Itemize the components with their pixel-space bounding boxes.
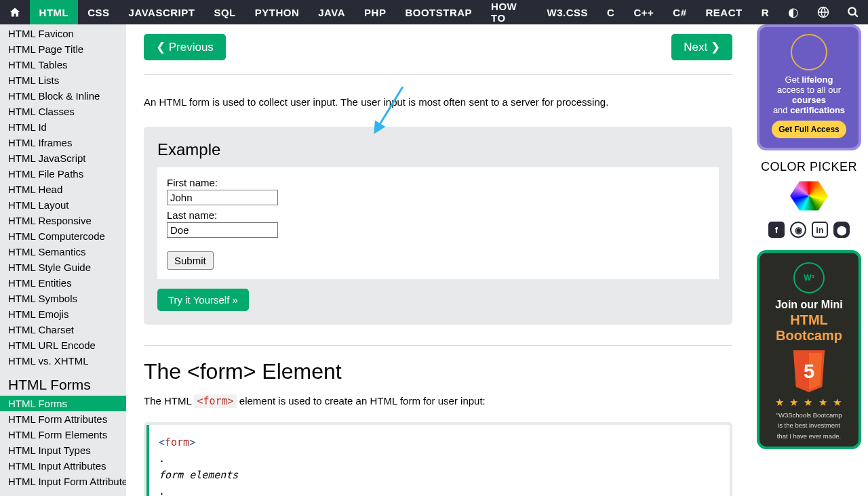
theme-icon[interactable]: ◐ <box>778 0 808 24</box>
nav-w3css[interactable]: W3.CSS <box>538 0 598 24</box>
html5-shield-icon: 5 <box>789 349 829 394</box>
sidebar-item[interactable]: HTML Id <box>0 119 126 135</box>
sidebar-item[interactable]: HTML Lists <box>0 73 126 88</box>
intro-text: An HTML form is used to collect user inp… <box>144 74 732 110</box>
search-icon[interactable] <box>838 0 868 24</box>
social-icons: f ◉ in ⬤ <box>757 222 861 238</box>
sidebar-item[interactable]: HTML Form Attributes <box>0 411 126 427</box>
sidebar-item[interactable]: HTML Favicon <box>0 26 126 41</box>
nav-php[interactable]: PHP <box>355 0 395 24</box>
nav-python[interactable]: PYTHON <box>245 0 309 24</box>
sidebar-item[interactable]: HTML Classes <box>0 104 126 119</box>
nav-r[interactable]: R <box>752 0 778 24</box>
home-icon[interactable] <box>0 0 30 24</box>
nav-c[interactable]: C <box>597 0 624 24</box>
sidebar-item[interactable]: HTML Semantics <box>0 244 126 260</box>
sidebar-item[interactable]: HTML Input Form Attributes <box>0 474 126 489</box>
color-picker-title: COLOR PICKER <box>757 160 861 174</box>
top-nav: HTMLCSSJAVASCRIPTSQLPYTHONJAVAPHPBOOTSTR… <box>0 0 868 24</box>
lastname-label: Last name: <box>167 209 709 221</box>
svg-line-2 <box>854 14 858 17</box>
code-box: <form> . form elements . </form> <box>144 422 732 496</box>
firstname-input[interactable] <box>167 190 278 205</box>
sidebar-item[interactable]: HTML Tables <box>0 57 126 73</box>
previous-button[interactable]: ❮ Previous <box>144 34 226 60</box>
nav-c[interactable]: C++ <box>624 0 663 24</box>
nav-bootstrap[interactable]: BOOTSTRAP <box>395 0 481 24</box>
instagram-icon[interactable]: ◉ <box>790 222 806 238</box>
get-access-button[interactable]: Get Full Access <box>772 121 846 138</box>
svg-point-1 <box>848 7 856 15</box>
sidebar-item[interactable]: HTML Iframes <box>0 135 126 150</box>
sidebar-item[interactable]: HTML Head <box>0 182 126 197</box>
sidebar: HTML FaviconHTML Page TitleHTML TablesHT… <box>0 24 126 496</box>
sidebar-item[interactable]: HTML URL Encode <box>0 337 126 353</box>
sidebar-item[interactable]: HTML Charset <box>0 322 126 337</box>
main-content: ❮ Previous Next ❯ An HTML form is used t… <box>126 24 750 496</box>
sidebar-item[interactable]: HTML Symbols <box>0 291 126 306</box>
nav-css[interactable]: CSS <box>78 0 119 24</box>
nav-sql[interactable]: SQL <box>204 0 245 24</box>
sidebar-item[interactable]: HTML Form Elements <box>0 427 126 442</box>
sidebar-item[interactable]: HTML Computercode <box>0 228 126 244</box>
sidebar-item[interactable]: HTML Page Title <box>0 41 126 57</box>
nav-java[interactable]: JAVA <box>309 0 355 24</box>
nav-c[interactable]: C# <box>663 0 696 24</box>
globe-icon[interactable] <box>808 0 838 24</box>
sidebar-heading-forms: HTML Forms <box>0 369 126 396</box>
lastname-input[interactable] <box>167 222 278 238</box>
sidebar-heading-graphics: HTML Graphics <box>0 489 126 496</box>
nav-react[interactable]: REACT <box>696 0 751 24</box>
sidebar-item[interactable]: HTML Responsive <box>0 213 126 228</box>
nav-html[interactable]: HTML <box>30 0 79 24</box>
nav-javascript[interactable]: JAVASCRIPT <box>119 0 205 24</box>
sidebar-item[interactable]: HTML Style Guide <box>0 260 126 275</box>
try-it-button[interactable]: Try it Yourself » <box>157 289 249 311</box>
sidebar-item[interactable]: HTML vs. XHTML <box>0 353 126 369</box>
code-inline: <form> <box>194 394 236 408</box>
example-box: Example First name: Last name: Submit Tr… <box>144 127 732 325</box>
sidebar-item[interactable]: HTML Input Attributes <box>0 458 126 474</box>
facebook-icon[interactable]: f <box>768 222 785 238</box>
stars-icon: ★ ★ ★ ★ ★ <box>765 396 853 409</box>
example-form: First name: Last name: Submit <box>157 167 719 279</box>
color-picker-icon[interactable] <box>790 180 828 212</box>
sidebar-item[interactable]: HTML Entities <box>0 275 126 291</box>
section-text: The HTML <form> element is used to creat… <box>144 394 732 409</box>
svg-text:5: 5 <box>804 360 814 382</box>
sidebar-item[interactable]: HTML Emojis <box>0 306 126 322</box>
submit-button[interactable]: Submit <box>167 251 214 270</box>
sidebar-item[interactable]: HTML JavaScript <box>0 150 126 166</box>
firstname-label: First name: <box>167 177 709 188</box>
example-title: Example <box>157 140 719 159</box>
linkedin-icon[interactable]: in <box>812 222 828 238</box>
sidebar-item[interactable]: HTML Block & Inline <box>0 88 126 104</box>
promo-full-access[interactable]: Get lifelong access to all our courses a… <box>757 24 861 150</box>
section-heading: The <form> Element <box>144 359 732 384</box>
sidebar-item[interactable]: HTML Forms <box>0 396 126 411</box>
right-column: Get lifelong access to all our courses a… <box>750 24 868 496</box>
w3-logo-icon: W³ <box>793 262 825 293</box>
next-button[interactable]: Next ❯ <box>671 34 732 60</box>
nav-howto[interactable]: HOW TO <box>481 0 538 24</box>
sidebar-item[interactable]: HTML Input Types <box>0 442 126 458</box>
promo-bootcamp[interactable]: W³ Join our Mini HTML Bootcamp 5 ★ ★ ★ ★… <box>757 250 861 449</box>
sidebar-item[interactable]: HTML Layout <box>0 197 126 213</box>
sidebar-item[interactable]: HTML File Paths <box>0 166 126 182</box>
discord-icon[interactable]: ⬤ <box>833 222 850 238</box>
badge-icon <box>791 34 827 70</box>
